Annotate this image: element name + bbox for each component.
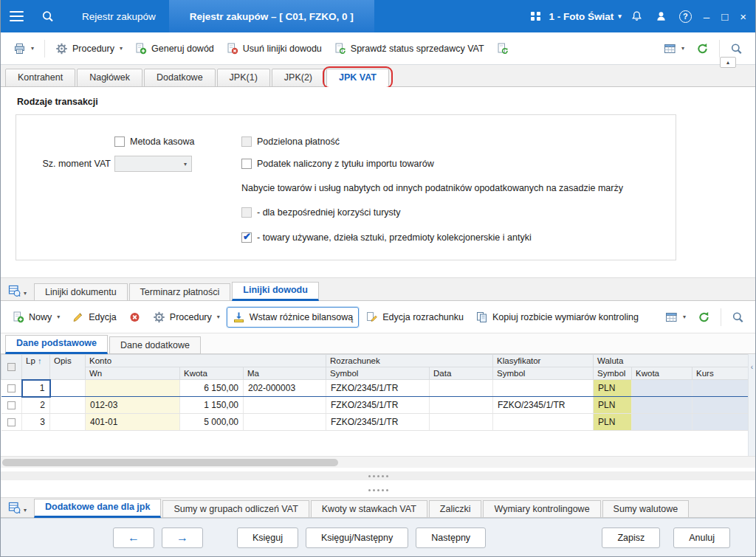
notifications-button[interactable]: [625, 0, 649, 32]
cell-select[interactable]: [1, 414, 22, 431]
next-record-button[interactable]: →: [162, 527, 203, 548]
cell-kwota[interactable]: 6 150,00: [180, 380, 244, 397]
help-button[interactable]: ?: [673, 0, 698, 32]
column-header-ma[interactable]: Ma: [244, 367, 326, 380]
column-header-lp[interactable]: Lp ↑: [22, 355, 50, 380]
tab-sumy-grupy-odliczen[interactable]: Sumy w grupach odliczeń VAT: [162, 500, 309, 518]
cell-kurs[interactable]: [693, 380, 750, 397]
checkbox-podzielona-platnosc[interactable]: Podzielona płatność: [241, 136, 340, 147]
ribbon-collapse-button[interactable]: ▴: [720, 57, 736, 68]
grid-refresh-button[interactable]: [693, 308, 715, 327]
previous-record-button[interactable]: ←: [113, 527, 154, 548]
cell-lp[interactable]: 1: [22, 380, 50, 397]
cell-waluta[interactable]: PLN: [594, 397, 632, 414]
close-button[interactable]: ×: [734, 0, 752, 32]
table-row[interactable]: 2 012-03 1 150,00 FZKO/2345/1/TR FZKO/23…: [1, 397, 750, 414]
cell-rozrachunek-symbol[interactable]: FZKO/2345/1/TR: [326, 414, 430, 431]
document-tab-active[interactable]: Rejestr zakupów – [ C01, FZKO, 0 ]: [169, 0, 374, 32]
checkbox-icon[interactable]: [241, 159, 252, 169]
tab-linijki-dokumentu[interactable]: Linijki dokumentu: [34, 283, 128, 301]
cell-klasyfikator-symbol[interactable]: [493, 414, 594, 431]
list-organizer-button[interactable]: ▾: [5, 502, 32, 517]
column-panel-collapse-button[interactable]: ‹: [748, 354, 755, 456]
maximize-button[interactable]: □: [715, 0, 734, 32]
horizontal-splitter[interactable]: [1, 471, 755, 480]
grid-view-settings-button[interactable]: ▾: [660, 308, 691, 327]
apps-grid-icon[interactable]: [531, 12, 540, 21]
cell-wn[interactable]: 012-03: [86, 397, 180, 414]
tab-kwoty-stawki-vat[interactable]: Kwoty w stawkach VAT: [311, 500, 427, 518]
cell-kwota[interactable]: 1 150,00: [180, 397, 244, 414]
cell-data[interactable]: [430, 380, 493, 397]
zapisz-button[interactable]: Zapisz: [602, 527, 660, 548]
tab-kontrahent[interactable]: Kontrahent: [5, 69, 75, 87]
user-button[interactable]: [649, 0, 673, 32]
column-header-klasyfikator-symbol[interactable]: Symbol: [493, 367, 594, 380]
tab-linijki-dowodu[interactable]: Linijki dowodu: [232, 282, 319, 301]
tab-dane-dodatkowe[interactable]: Dane dodatkowe: [109, 336, 201, 354]
tab-sumy-walutowe[interactable]: Sumy walutowe: [602, 500, 690, 518]
hamburger-menu-button[interactable]: [1, 0, 32, 32]
cell-waluta[interactable]: PLN: [594, 380, 632, 397]
select-all-header[interactable]: [1, 355, 22, 380]
table-row[interactable]: 1 6 150,00 202-000003 FZKO/2345/1/TR PLN: [1, 380, 750, 397]
cell-waluta[interactable]: PLN: [594, 414, 632, 431]
cell-lp[interactable]: 2: [22, 397, 50, 414]
generate-document-button[interactable]: Generuj dowód: [129, 39, 219, 58]
horizontal-splitter[interactable]: [1, 487, 755, 493]
insert-balance-difference-button[interactable]: Wstaw różnice bilansową: [227, 307, 359, 328]
cell-waluta-kwota[interactable]: [632, 414, 693, 431]
cell-select[interactable]: [1, 380, 22, 397]
row-checkbox[interactable]: [7, 401, 16, 409]
check-vat-status-button[interactable]: Sprawdź status sprzedawcy VAT: [329, 39, 489, 58]
checkbox-metoda-kasowa[interactable]: Metoda kasowa: [114, 136, 195, 147]
copy-dimension-split-button[interactable]: Kopiuj rozbicie wymiarów kontroling: [470, 308, 644, 327]
grid-search-button[interactable]: [726, 308, 749, 327]
edit-line-button[interactable]: Edycja: [66, 308, 122, 327]
global-search-button[interactable]: [32, 0, 63, 32]
quick-search-button[interactable]: [725, 39, 748, 58]
checkbox-icon[interactable]: [241, 136, 252, 147]
column-header-symbol[interactable]: Symbol: [326, 367, 430, 380]
minimize-button[interactable]: –: [698, 0, 715, 32]
list-organizer-button[interactable]: ▾: [5, 285, 32, 300]
cell-data[interactable]: [430, 414, 493, 431]
cell-klasyfikator-symbol[interactable]: [493, 380, 594, 397]
tab-dodatkowe[interactable]: Dodatkowe: [144, 69, 216, 87]
tab-zaliczki[interactable]: Zaliczki: [429, 500, 482, 518]
cell-kwota[interactable]: 5 000,00: [180, 414, 244, 431]
refresh-button[interactable]: [691, 39, 714, 58]
cell-data[interactable]: [430, 397, 493, 414]
cell-lp[interactable]: 3: [22, 414, 50, 431]
grid-procedures-button[interactable]: Procedury ▾: [148, 308, 225, 327]
ksieguj-button[interactable]: Księguj: [237, 527, 298, 548]
checkbox-podatek-import[interactable]: Podatek naliczony z tytułu importu towar…: [241, 159, 434, 169]
table-row[interactable]: 3 401-01 5 000,00 FZKO/2345/1/TR PLN: [1, 414, 750, 431]
cell-ma[interactable]: 202-000003: [244, 380, 326, 397]
column-header-waluta-kwota[interactable]: Kwota: [632, 367, 693, 380]
cell-klasyfikator-symbol[interactable]: FZKO/2345/1/TR: [493, 397, 594, 414]
tab-jpk-vat[interactable]: JPK VAT: [326, 69, 389, 87]
cell-kurs[interactable]: [693, 397, 750, 414]
edit-settlement-button[interactable]: Edycja rozrachunku: [360, 308, 469, 327]
cell-opis[interactable]: [50, 380, 86, 397]
horizontal-scrollbar[interactable]: [1, 456, 755, 468]
checkbox-icon[interactable]: [241, 207, 252, 218]
cell-waluta-kwota[interactable]: [632, 380, 693, 397]
new-line-button[interactable]: Nowy ▾: [7, 308, 65, 327]
row-checkbox[interactable]: [7, 418, 16, 426]
row-checkbox[interactable]: [7, 384, 16, 392]
column-header-wn[interactable]: Wn: [86, 367, 180, 380]
column-header-kwota[interactable]: Kwota: [180, 367, 244, 380]
tab-terminarz-platnosci[interactable]: Terminarz płatności: [129, 283, 231, 301]
view-settings-button[interactable]: ▾: [659, 39, 690, 58]
cell-opis[interactable]: [50, 414, 86, 431]
column-header-opis[interactable]: Opis: [50, 355, 86, 380]
tab-naglowek[interactable]: Nagłówek: [77, 69, 142, 87]
cell-wn[interactable]: [86, 380, 180, 397]
cell-opis[interactable]: [50, 397, 86, 414]
tab-jpk1[interactable]: JPK(1): [217, 69, 270, 87]
cell-ma[interactable]: [244, 397, 326, 414]
cell-kurs[interactable]: [693, 414, 750, 431]
header-checkbox[interactable]: [7, 363, 16, 371]
